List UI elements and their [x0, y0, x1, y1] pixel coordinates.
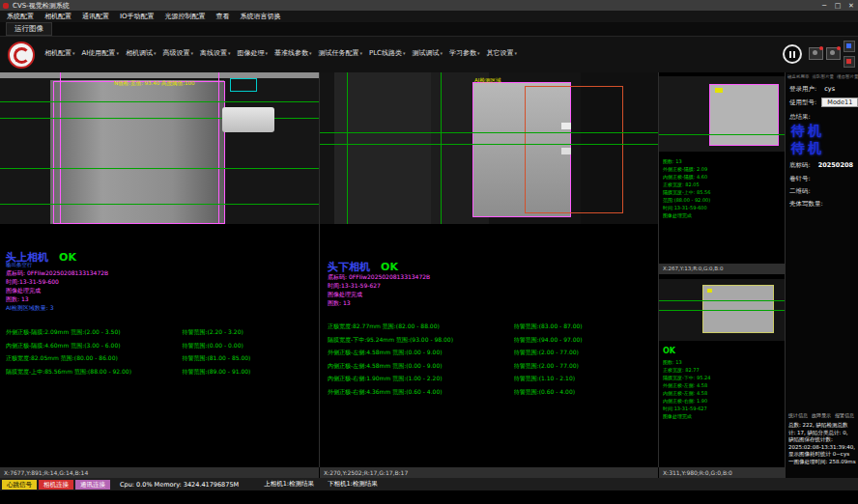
thumb-line: 外侧正极-左侧: 4.58: [663, 381, 710, 389]
measurement-value: 外侧正极-左侧:4.58mm 范围:(0.00 - 9.00): [328, 348, 514, 356]
tab-fault-display[interactable]: 故障显示: [812, 412, 831, 418]
minimize-button[interactable]: ─: [817, 2, 831, 10]
menu-item-language[interactable]: 系统语言切换: [241, 12, 281, 21]
process-done-line: 图像处理完成: [328, 290, 362, 298]
stats-line: 缺陷图保存统计数:: [788, 436, 858, 444]
tab-alarm-info[interactable]: 报警信息: [835, 412, 854, 418]
toolbar-button-image-processing[interactable]: 图像处理▾: [237, 48, 268, 58]
process-done-line: 图像处理完成: [6, 286, 41, 294]
toolbar-button-learning-params[interactable]: 学习参数▾: [449, 48, 480, 58]
thumb-line: 图数: 13: [663, 358, 710, 366]
queue-count-label: 排队图片量: [813, 74, 835, 79]
info-tabs: 统计信息 故障显示 报警信息: [788, 412, 854, 418]
toolbar-button-advanced-settings[interactable]: 高级设置▾: [162, 48, 193, 58]
menu-item-light-control[interactable]: 光源控制配置: [165, 12, 206, 21]
toolbar-button-baseline-params[interactable]: 基准线参数▾: [274, 48, 312, 58]
camera-panel-lower: AI检测区域 头下相机 OK 底标码: 0FFIiw20250208133134…: [320, 72, 659, 467]
toolbar-button-plc[interactable]: PLC线路类▾: [369, 48, 406, 58]
measurement-warn-range: 待警范围:(0.60 - 4.00): [514, 387, 575, 396]
thumb-line: 图数: 13: [663, 157, 710, 165]
measurement-list: 正极宽度:82.77mm 范围:(82.00 - 88.00) 待警范围:(83…: [328, 322, 654, 400]
menu-item-system-config[interactable]: 系统配置: [7, 12, 34, 21]
baseline-green-vertical: [347, 72, 348, 224]
menu-item-comm-config[interactable]: 通讯配置: [82, 12, 109, 21]
camera-image-upper[interactable]: N值检:宽值: 93.40 高度阈值:100: [0, 72, 319, 224]
model-row: 使用型号: Mode11: [789, 98, 857, 107]
model-select[interactable]: Mode11: [821, 98, 858, 107]
statistics-text: 总数: 222, 缺陷检测总数 计: 17, 缺陷分类总计: 0, 缺陷图保存统…: [788, 422, 858, 465]
measurement-row: 隔膜宽度-上中:85.56mm 范围:(88.00 - 92.00) 待警范围:…: [6, 367, 315, 376]
coord-readout-lower: X:270,Y:2502;R:17,G:17,B:17: [320, 467, 658, 478]
barcode-row: 底标码: 20250208: [789, 161, 857, 170]
upper-camera-result: 上相机1:检测结果: [264, 480, 314, 489]
ai-region-label: AI检测区域: [474, 77, 500, 84]
connector-object: [222, 107, 274, 132]
heartbeat-status-badge: 心跳信号: [2, 480, 37, 490]
camera-top-record-button[interactable]: [809, 47, 823, 60]
status-ok: OK: [663, 347, 675, 355]
measurement-warn-range: 待警范围:(89.00 - 91.00): [182, 367, 250, 376]
chevron-down-icon: ▾: [515, 50, 518, 56]
toolbar-button-label: 学习参数: [449, 48, 476, 58]
login-user-row: 登录用户: cys: [789, 85, 857, 94]
tool-icon-bottom[interactable]: [844, 56, 855, 68]
menu-item-view[interactable]: 查看: [216, 12, 230, 21]
toolbar-button-other-settings[interactable]: 其它设置▾: [487, 48, 518, 58]
measurement-row: 外侧正极-隔膜:2.09mm 范围:(2.00 - 3.50) 待警范围:(2.…: [6, 327, 315, 336]
titlebar: CVS-视觉检测系统 ─ □ ✕: [0, 0, 858, 11]
record-dot-icon: [837, 46, 841, 50]
thumbnail-image-1[interactable]: [659, 76, 785, 152]
toolbar-button-test-debug[interactable]: 测试调试▾: [413, 48, 443, 58]
window-title: CVS-视觉检测系统: [13, 1, 70, 11]
measurement-warn-range: 待警范围:(1.10 - 2.10): [514, 374, 575, 382]
baseline-green-vertical: [441, 72, 442, 224]
chevron-down-icon: ▾: [441, 50, 443, 56]
toolbar-button-camera-config[interactable]: 相机配置▾: [44, 48, 75, 58]
status-ok: OK: [59, 251, 76, 264]
chevron-down-icon: ▾: [72, 50, 75, 56]
measure-line-magenta: [218, 72, 219, 224]
highlight-spot: [561, 123, 571, 129]
barcode-value: 20250208: [818, 161, 853, 169]
chevron-down-icon: ▾: [228, 50, 231, 56]
chevron-down-icon: ▾: [154, 50, 157, 56]
toolbar-button-ai-config[interactable]: AI使用配置▾: [82, 48, 119, 58]
pause-icon: [789, 51, 791, 58]
write-count-label: 壳体写数量:: [789, 200, 857, 209]
tool-icon-top[interactable]: [844, 41, 855, 52]
measurement-row: 正极宽度:82.05mm 范围:(80.00 - 86.00) 待警范围:(81…: [6, 353, 315, 362]
tab-run-image[interactable]: 运行图像: [6, 22, 52, 36]
toolbar-button-offline-settings[interactable]: 离线设置▾: [200, 48, 231, 58]
thumbnail-image-2[interactable]: [659, 279, 785, 341]
camera-bottom-record-button[interactable]: [826, 47, 841, 60]
menu-item-camera-config[interactable]: 相机配置: [44, 12, 72, 21]
image-top-band: [0, 72, 319, 78]
toolbar-button-camera-debug[interactable]: 相机调试▾: [126, 48, 157, 58]
measurement-row: 内侧正极-左侧:4.58mm 范围:(0.00 - 9.00) 待警范围:(2.…: [328, 361, 654, 370]
pause-button[interactable]: [783, 44, 802, 64]
part-region: [702, 285, 774, 333]
overlay-mark-yellow: [707, 289, 712, 293]
coord-readout-thumb: X:311,Y:980;R:0,G:0,B:0: [659, 467, 785, 478]
camera-image-lower[interactable]: AI检测区域: [320, 72, 658, 224]
disk-usage-label: 磁盘耗用率: [787, 74, 810, 79]
maximize-button[interactable]: □: [831, 2, 844, 10]
measurement-value: 内侧正极-隔膜:4.60mm 范围:(3.00 - 6.00): [6, 341, 182, 350]
thumb-line: 时间:13-31-59-600: [663, 204, 710, 211]
time-line: 时间:13-31-59-600: [6, 277, 59, 286]
measurement-row: 正极宽度:82.77mm 范围:(82.00 - 88.00) 待警范围:(83…: [328, 322, 654, 330]
thumbnail-text-1: 图数: 13 外侧正极-隔膜: 2.09 内侧正极-隔膜: 4.60 正极宽度:…: [663, 157, 710, 219]
statusbar: 心跳信号 相机连接 通讯连接 Cpu: 0.0% Memory: 3424.41…: [0, 478, 858, 490]
stats-line: 显示图像耗时统计 0~cys: [788, 451, 858, 459]
toolbar-button-label: PLC线路类: [369, 48, 402, 58]
comm-connection-badge: 通讯连接: [75, 480, 110, 490]
stats-line: 总数: 222, 缺陷检测总数: [788, 422, 858, 430]
close-button[interactable]: ✕: [844, 2, 858, 10]
barcode-line: 底标码: 0FFIiw2025020813313472B: [6, 268, 108, 277]
toolbar-button-test-task-config[interactable]: 测试任务配置▾: [318, 48, 362, 58]
menu-item-io-manual[interactable]: IO手动配置: [120, 12, 155, 21]
baseline-green: [659, 300, 785, 301]
toolbar-button-label: 图像处理: [237, 48, 264, 58]
tab-statistics[interactable]: 统计信息: [788, 412, 808, 418]
stats-line: 计: 17, 缺陷分类总计: 0,: [788, 430, 858, 437]
